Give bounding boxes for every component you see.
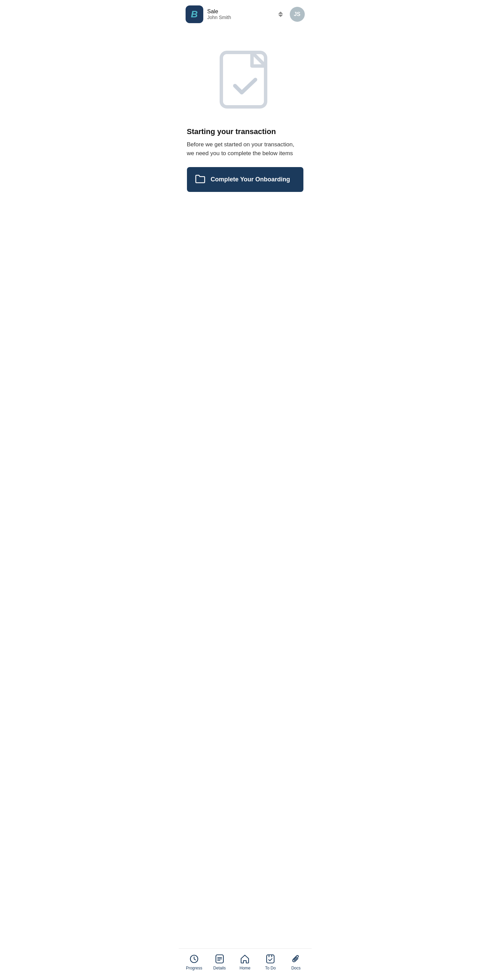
nav-item-details[interactable]: Details: [207, 954, 232, 970]
nav-item-todo[interactable]: To Do: [258, 954, 283, 970]
nav-item-home[interactable]: Home: [232, 954, 258, 970]
text-section: Starting your transaction Before we get …: [187, 127, 303, 158]
header-right: JS: [277, 7, 305, 22]
document-checkmark-illustration: [214, 46, 276, 114]
complete-onboarding-button[interactable]: Complete Your Onboarding: [187, 167, 303, 192]
bottom-nav: Progress Details Home: [179, 948, 311, 980]
nav-item-docs[interactable]: Docs: [283, 954, 309, 970]
main-heading: Starting your transaction: [187, 127, 303, 136]
chevron-down-icon: [278, 14, 283, 17]
nav-item-progress[interactable]: Progress: [182, 954, 207, 970]
svg-rect-3: [267, 955, 274, 963]
home-icon: [240, 954, 250, 964]
illustration-container: [187, 35, 303, 127]
main-content: Starting your transaction Before we get …: [179, 29, 311, 948]
todo-icon: [266, 954, 275, 964]
main-description: Before we get started on your transactio…: [187, 140, 303, 158]
header-title-group: Sale John Smith: [207, 8, 231, 20]
user-name-label: John Smith: [207, 14, 231, 20]
transaction-type-label: Sale: [207, 8, 231, 14]
cta-button-label: Complete Your Onboarding: [211, 176, 290, 183]
folder-icon: [195, 175, 205, 185]
avatar[interactable]: JS: [290, 7, 305, 22]
app-logo-letter: B: [191, 9, 198, 20]
header-left: B Sale John Smith: [185, 5, 231, 23]
app-logo: B: [185, 5, 203, 23]
details-icon: [215, 954, 224, 964]
header: B Sale John Smith JS: [179, 0, 311, 29]
nav-label-details: Details: [213, 966, 226, 970]
nav-label-home: Home: [239, 966, 250, 970]
nav-label-todo: To Do: [265, 966, 276, 970]
nav-label-progress: Progress: [186, 966, 202, 970]
nav-label-docs: Docs: [291, 966, 300, 970]
expand-collapse-toggle[interactable]: [277, 10, 284, 18]
docs-icon: [291, 954, 301, 964]
progress-icon: [189, 954, 199, 964]
chevron-up-icon: [278, 11, 283, 14]
